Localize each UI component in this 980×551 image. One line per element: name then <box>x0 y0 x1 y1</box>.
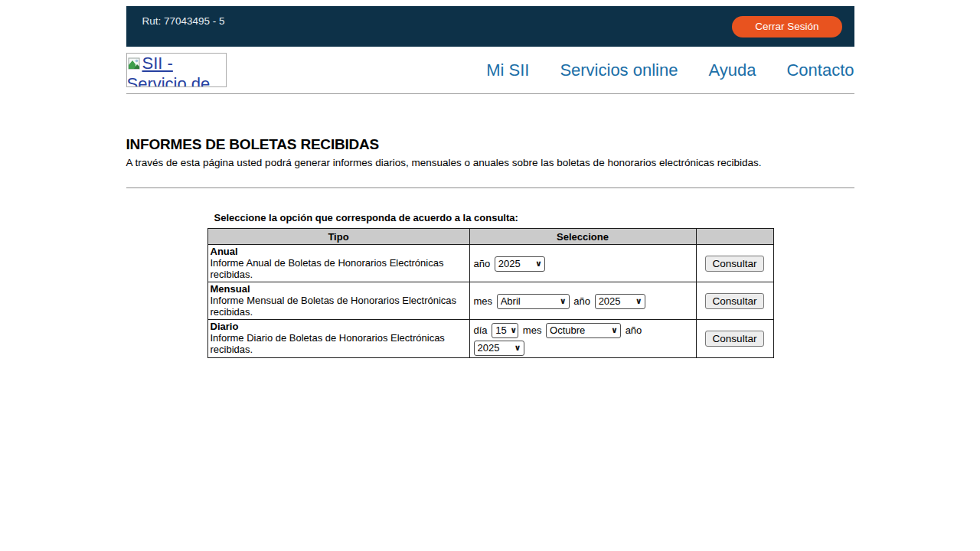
ano-label: año <box>474 256 491 272</box>
table-caption: Seleccione la opción que corresponda de … <box>207 212 773 223</box>
consulta-section: Seleccione la opción que corresponda de … <box>207 212 773 358</box>
consultar-mensual-button[interactable]: Consultar <box>705 293 765 309</box>
table-row-anual: Anual Informe Anual de Boletas de Honora… <box>207 245 773 282</box>
row-description-mensual: Informe Mensual de Boletas de Honorarios… <box>211 295 457 318</box>
column-header-seleccione: Seleccione <box>469 229 696 245</box>
mensual-month-select[interactable]: Abril <box>497 294 570 309</box>
column-header-tipo: Tipo <box>207 229 469 245</box>
mes-label: mes <box>523 322 542 338</box>
logout-button[interactable]: Cerrar Sesión <box>732 16 841 37</box>
nav-mi-sii[interactable]: Mi SII <box>486 60 529 80</box>
anual-year-select[interactable]: 2025 <box>495 256 545 272</box>
main-nav: Mi SII Servicios online Ayuda Contacto <box>486 60 854 80</box>
diario-day-select[interactable]: 15 <box>492 323 518 338</box>
nav-servicios-online[interactable]: Servicios online <box>560 60 678 80</box>
row-type-anual: Anual <box>211 246 466 257</box>
row-type-diario: Diario <box>211 321 466 332</box>
rut-label: Rut: 77043495 - 5 <box>142 15 225 47</box>
informes-table: Tipo Seleccione Anual Informe Anual de B… <box>207 228 774 358</box>
sii-logo-link[interactable]: SII - Servicio de <box>126 53 227 87</box>
divider <box>126 187 854 188</box>
page-container: Rut: 77043495 - 5 Cerrar Sesión SII - Se… <box>126 6 854 358</box>
mensual-year-select[interactable]: 2025 <box>595 294 645 309</box>
dia-label: día <box>474 322 488 338</box>
diario-year-select[interactable]: 2025 <box>474 341 524 356</box>
page-title: INFORMES DE BOLETAS RECIBIDAS <box>126 136 854 153</box>
row-description-diario: Informe Diario de Boletas de Honorarios … <box>211 332 445 355</box>
site-header: SII - Servicio de Mi SII Servicios onlin… <box>126 47 854 94</box>
consultar-anual-button[interactable]: Consultar <box>705 256 765 272</box>
broken-image-icon <box>128 55 141 74</box>
nav-ayuda[interactable]: Ayuda <box>708 60 756 80</box>
diario-month-select[interactable]: Octubre <box>546 323 621 338</box>
session-topbar: Rut: 77043495 - 5 Cerrar Sesión <box>126 6 854 47</box>
consultar-diario-button[interactable]: Consultar <box>705 331 765 347</box>
table-header-row: Tipo Seleccione <box>207 229 773 245</box>
table-row-diario: Diario Informe Diario de Boletas de Hono… <box>207 320 773 358</box>
column-header-empty <box>696 229 773 245</box>
ano-label: año <box>573 293 590 309</box>
row-type-mensual: Mensual <box>211 283 466 295</box>
table-row-mensual: Mensual Informe Mensual de Boletas de Ho… <box>207 282 773 320</box>
row-description-anual: Informe Anual de Boletas de Honorarios E… <box>211 257 444 280</box>
page-description: A través de esta página usted podrá gene… <box>126 157 854 168</box>
nav-contacto[interactable]: Contacto <box>786 60 854 80</box>
ano-label: año <box>626 322 642 338</box>
mes-label: mes <box>474 293 493 309</box>
